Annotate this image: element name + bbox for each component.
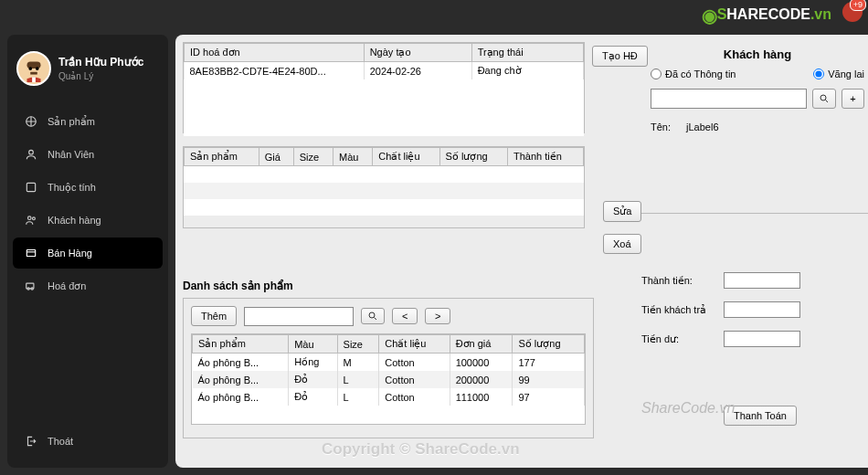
customer-name-label: Tên: — [651, 121, 683, 132]
svg-point-16 — [820, 95, 826, 100]
delete-button[interactable]: Xoá — [603, 234, 641, 254]
svg-point-9 — [28, 216, 32, 220]
customer-panel: Khách hàng Đã có Thông tin Vãng lai + Tê… — [641, 42, 868, 214]
sidebar-item-staff[interactable]: Nhân Viên — [13, 139, 163, 170]
sidebar-item-label: Bán Hàng — [48, 248, 92, 259]
user-icon — [24, 147, 38, 162]
sidebar-item-label: Sản phẩm — [48, 116, 95, 128]
radio-existing[interactable]: Đã có Thông tin — [651, 69, 736, 79]
svg-rect-1 — [27, 62, 41, 69]
search-button[interactable] — [361, 308, 385, 324]
avatar — [16, 51, 51, 86]
table-row[interactable]: 8AE83BB2-CD7E-4E24-80D... 2024-02-26 Đan… — [185, 62, 584, 80]
col-size: Size — [337, 335, 379, 354]
add-product-button[interactable]: Thêm — [191, 306, 237, 326]
table-row[interactable]: Áo phông B...ĐỏLCotton11100097 — [193, 388, 585, 406]
sidebar-item-label: Nhân Viên — [48, 149, 94, 160]
main-content: ID hoá đơn Ngày tạo Trạng thái 8AE83BB2-… — [175, 35, 868, 468]
svg-point-3 — [36, 67, 39, 70]
col-product: Sản phẩm — [185, 148, 259, 166]
col-price: Giá — [259, 148, 293, 166]
customer-name-value: jLabel6 — [686, 121, 718, 132]
customer-add-button[interactable]: + — [842, 89, 864, 109]
sidebar-item-attributes[interactable]: Thuộc tính — [13, 172, 163, 203]
products-table[interactable]: Sản phẩm Màu Size Chất liệu Đơn giá Số l… — [192, 334, 585, 406]
col-unitprice: Đơn giá — [450, 335, 513, 354]
svg-point-2 — [28, 67, 32, 70]
package-icon — [24, 114, 38, 129]
totals-panel: Thành tiền: Tiền khách trả Tiền dư: — [641, 272, 861, 360]
create-invoice-button[interactable]: Tạo HĐ — [592, 46, 648, 67]
customer-title: Khách hàng — [647, 48, 868, 61]
app-logo: ◉SHARECODE.vn — [702, 5, 831, 26]
pay-button[interactable]: Thanh Toán — [724, 406, 797, 426]
svg-point-10 — [32, 217, 35, 220]
sidebar-item-sales[interactable]: Bán Hàng — [13, 238, 163, 269]
change-input[interactable] — [724, 331, 800, 347]
sidebar-item-customers[interactable]: Khách hàng — [13, 205, 163, 236]
radio-guest[interactable]: Vãng lai — [813, 69, 864, 79]
svg-rect-5 — [32, 77, 36, 82]
subtotal-input[interactable] — [724, 272, 800, 289]
svg-rect-8 — [26, 183, 35, 191]
col-color: Màu — [289, 335, 337, 354]
col-product: Sản phẩm — [193, 335, 289, 354]
col-size: Size — [293, 148, 333, 166]
svg-point-7 — [29, 150, 34, 154]
cart-icon — [24, 246, 38, 260]
table-row[interactable]: Áo phông B...ĐỏLCotton20000099 — [193, 371, 585, 388]
users-icon — [24, 213, 38, 227]
col-material: Chất liệu — [373, 148, 439, 166]
change-label: Tiền dư: — [641, 333, 724, 345]
customer-search-button[interactable] — [812, 89, 836, 109]
sidebar-item-invoices[interactable]: Hoá đơn — [13, 270, 163, 301]
sidebar-item-label: Khách hàng — [48, 215, 101, 226]
col-total: Thành tiền — [508, 148, 584, 166]
products-title: Danh sách sản phẩm — [183, 280, 293, 292]
profile-block: Trần Hữu Phước Quản Lý — [7, 44, 168, 99]
exit-icon — [24, 434, 38, 449]
col-invoice-id: ID hoá đơn — [185, 44, 365, 62]
receipt-icon — [24, 279, 38, 293]
tag-icon — [24, 180, 38, 195]
notification-bell[interactable]: +9 — [842, 2, 863, 26]
notification-badge: +9 — [850, 0, 866, 11]
products-panel: Thêm < > Sản phẩm Màu Size Chất liệu Đơn… — [183, 298, 594, 438]
watermark: Copyright © ShareCode.vn — [322, 440, 520, 459]
next-page-button[interactable]: > — [425, 308, 450, 324]
subtotal-label: Thành tiền: — [641, 275, 724, 287]
table-row[interactable]: Áo phông B...HồngMCotton100000177 — [193, 354, 585, 372]
sidebar-item-products[interactable]: Sản phẩm — [13, 106, 163, 137]
edit-button[interactable]: Sửa — [603, 201, 641, 222]
profile-role: Quản Lý — [58, 71, 143, 81]
sidebar-item-label: Hoá đơn — [48, 280, 86, 292]
col-color: Màu — [333, 148, 373, 166]
lines-table[interactable]: Sản phẩm Giá Size Màu Chất liệu Số lượng… — [184, 147, 584, 166]
sidebar-item-exit[interactable]: Thoát — [13, 426, 163, 457]
col-material: Chất liệu — [379, 335, 450, 354]
paid-input[interactable] — [724, 301, 800, 318]
sidebar-item-label: Thuộc tính — [48, 182, 96, 194]
col-qty: Số lượng — [513, 335, 585, 354]
customer-search-input[interactable] — [651, 89, 807, 109]
invoice-table[interactable]: ID hoá đơn Ngày tạo Trạng thái 8AE83BB2-… — [184, 43, 584, 79]
col-qty: Số lượng — [439, 148, 507, 166]
profile-name: Trần Hữu Phước — [58, 56, 143, 69]
col-invoice-status: Trạng thái — [471, 44, 583, 62]
svg-rect-4 — [30, 72, 37, 75]
prev-page-button[interactable]: < — [392, 308, 418, 324]
product-search-input[interactable] — [244, 307, 354, 326]
sidebar-item-label: Thoát — [48, 436, 73, 447]
invoice-table-panel: ID hoá đơn Ngày tạo Trạng thái 8AE83BB2-… — [183, 42, 585, 133]
lines-table-panel: Sản phẩm Giá Size Màu Chất liệu Số lượng… — [183, 146, 585, 228]
col-invoice-date: Ngày tạo — [364, 44, 471, 62]
watermark: ShareCode.vn — [641, 400, 735, 417]
svg-rect-11 — [26, 250, 35, 257]
sidebar: Trần Hữu Phước Quản Lý Sản phẩm Nhân Viê… — [7, 35, 168, 468]
paid-label: Tiền khách trả — [641, 304, 724, 316]
svg-point-15 — [369, 312, 375, 318]
